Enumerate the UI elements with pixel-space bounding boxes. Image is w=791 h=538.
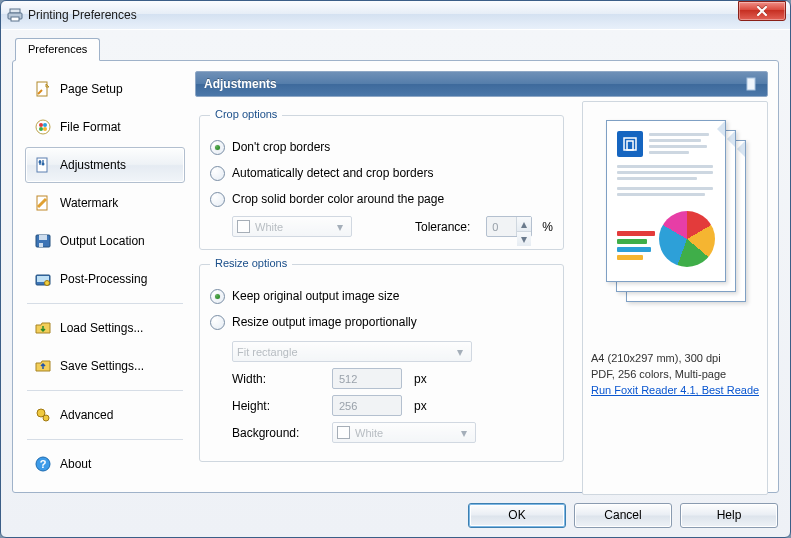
sidebar-item-adjustments[interactable]: Adjustments: [25, 147, 185, 183]
radio-row-auto-crop[interactable]: Automatically detect and crop borders: [210, 162, 553, 184]
radio-row-dont-crop[interactable]: Don't crop borders: [210, 136, 553, 158]
chevron-down-icon[interactable]: ▾: [517, 232, 531, 246]
radio-row-keep-size[interactable]: Keep original output image size: [210, 285, 553, 307]
tab-preferences[interactable]: Preferences: [15, 38, 100, 61]
preview-info-line: A4 (210x297 mm), 300 dpi: [591, 352, 759, 364]
sidebar-item-label: Load Settings...: [60, 321, 143, 335]
svg-point-6: [43, 123, 47, 127]
sidebar-item-watermark[interactable]: Watermark: [25, 185, 185, 221]
radio-label: Automatically detect and crop borders: [232, 166, 553, 180]
chevron-down-icon: ▾: [333, 220, 347, 234]
svg-point-18: [45, 281, 50, 286]
radio-label: Don't crop borders: [232, 140, 553, 154]
svg-point-11: [42, 163, 45, 166]
unit-label: px: [414, 372, 427, 386]
sidebar-item-label: Output Location: [60, 234, 145, 248]
svg-point-4: [36, 120, 50, 134]
sidebar-separator: [27, 303, 183, 304]
sidebar-item-label: Post-Processing: [60, 272, 147, 286]
radio-icon: [210, 315, 225, 330]
width-label: Width:: [232, 372, 324, 386]
svg-rect-15: [39, 243, 43, 247]
preview-column: A4 (210x297 mm), 300 dpi PDF, 256 colors…: [582, 101, 768, 482]
group-title: Crop options: [210, 108, 282, 120]
svg-rect-2: [11, 17, 19, 21]
background-label: Background:: [232, 426, 324, 440]
unit-label: px: [414, 399, 427, 413]
about-icon: ?: [34, 455, 52, 473]
spin-value: 0: [487, 221, 516, 233]
window-root: Printing Preferences Preferences Page Se…: [0, 0, 791, 538]
radio-icon: [210, 140, 225, 155]
svg-text:?: ?: [40, 458, 47, 470]
sidebar-item-about[interactable]: ? About: [25, 446, 185, 482]
sidebar-separator: [27, 439, 183, 440]
chevron-down-icon: ▾: [457, 426, 471, 440]
titlebar: Printing Preferences: [1, 1, 790, 30]
svg-rect-23: [747, 78, 755, 90]
preview-logo-icon: [617, 131, 643, 157]
sidebar-item-page-setup[interactable]: Page Setup: [25, 71, 185, 107]
sidebar-item-label: About: [60, 457, 91, 471]
radio-icon: [210, 166, 225, 181]
radio-label: Crop solid border color around the page: [232, 192, 553, 206]
group-resize-options: Resize options Keep original output imag…: [199, 264, 564, 462]
svg-rect-0: [10, 9, 20, 13]
resize-mode-select[interactable]: Fit rectangle ▾: [232, 341, 472, 362]
panel-body: Crop options Don't crop borders Automati…: [195, 101, 768, 482]
svg-rect-24: [624, 138, 636, 150]
document-preview: [600, 110, 750, 338]
close-button[interactable]: [738, 1, 786, 21]
help-button[interactable]: Help: [680, 503, 778, 528]
group-crop-options: Crop options Don't crop borders Automati…: [199, 115, 564, 250]
background-color-select[interactable]: White ▾: [332, 422, 476, 443]
output-location-icon: [34, 232, 52, 250]
select-value: White: [255, 221, 333, 233]
adjustments-icon: [34, 156, 52, 174]
sidebar-separator: [27, 390, 183, 391]
sidebar-item-save-settings[interactable]: Save Settings...: [25, 348, 185, 384]
tolerance-spin[interactable]: 0 ▴ ▾: [486, 216, 532, 237]
chevron-up-icon[interactable]: ▴: [517, 217, 531, 232]
svg-point-5: [39, 123, 43, 127]
select-value: White: [355, 427, 457, 439]
sidebar-item-label: Watermark: [60, 196, 118, 210]
field-value: 256: [339, 400, 357, 412]
select-value: Fit rectangle: [237, 346, 453, 358]
radio-label: Keep original output image size: [232, 289, 553, 303]
radio-row-solid-crop[interactable]: Crop solid border color around the page: [210, 188, 553, 210]
radio-label: Resize output image proportionally: [232, 315, 553, 329]
panel-title: Adjustments: [204, 77, 277, 91]
page-setup-icon: [34, 80, 52, 98]
svg-point-10: [39, 161, 42, 164]
sidebar-item-output-location[interactable]: Output Location: [25, 223, 185, 259]
ok-button[interactable]: OK: [468, 503, 566, 528]
svg-point-20: [43, 415, 49, 421]
tabpage: Page Setup File Format Adjustments: [12, 60, 779, 493]
sidebar-item-load-settings[interactable]: Load Settings...: [25, 310, 185, 346]
sidebar-item-label: Advanced: [60, 408, 113, 422]
svg-point-8: [43, 127, 47, 131]
save-settings-icon: [34, 357, 52, 375]
file-format-icon: [34, 118, 52, 136]
sidebar-item-file-format[interactable]: File Format: [25, 109, 185, 145]
crop-color-select[interactable]: White ▾: [232, 216, 352, 237]
footer: OK Cancel Help: [1, 493, 790, 537]
sidebar-item-label: Adjustments: [60, 158, 126, 172]
chevron-down-icon: ▾: [453, 345, 467, 359]
preview-info: A4 (210x297 mm), 300 dpi PDF, 256 colors…: [591, 352, 759, 396]
height-field[interactable]: 256: [332, 395, 402, 416]
load-settings-icon: [34, 319, 52, 337]
width-field[interactable]: 512: [332, 368, 402, 389]
radio-row-proportional[interactable]: Resize output image proportionally: [210, 311, 553, 333]
preview-run-link[interactable]: Run Foxit Reader 4.1, Best Reader for E: [591, 384, 759, 396]
sidebar-item-post-processing[interactable]: Post-Processing: [25, 261, 185, 297]
preview-pie-icon: [659, 211, 715, 267]
preview-page-front: [606, 120, 726, 282]
content-panel: Adjustments Crop options Don't cro: [195, 71, 768, 482]
sidebar-item-advanced[interactable]: Advanced: [25, 397, 185, 433]
tolerance-unit: %: [542, 220, 553, 234]
tolerance-label: Tolerance:: [362, 220, 476, 234]
color-swatch: [237, 220, 250, 233]
cancel-button[interactable]: Cancel: [574, 503, 672, 528]
